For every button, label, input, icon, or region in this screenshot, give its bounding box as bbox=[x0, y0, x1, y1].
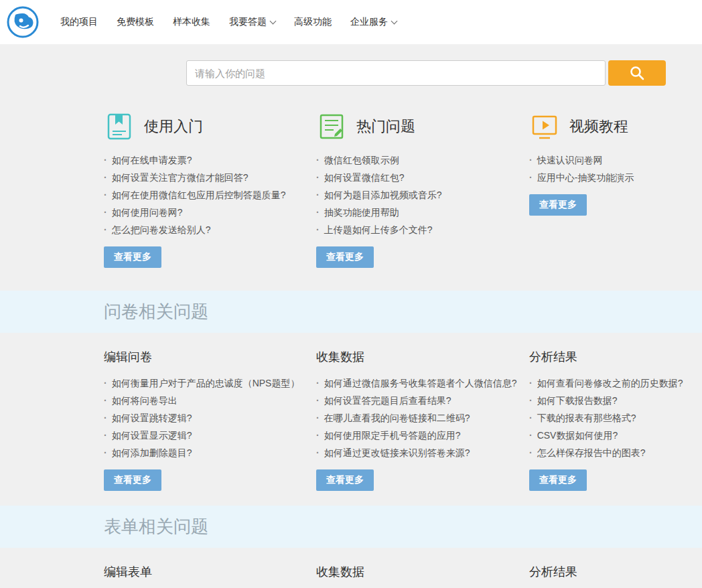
search-icon bbox=[628, 64, 646, 82]
site-logo[interactable] bbox=[7, 6, 39, 38]
help-link-list: 如何查看问卷修改之前的历史数据? 如何下载报告数据? 下载的报表有那些格式? C… bbox=[529, 374, 700, 461]
help-link[interactable]: 应用中心-抽奖功能演示 bbox=[529, 169, 700, 186]
nav-item-label: 我的项目 bbox=[60, 16, 98, 28]
help-link[interactable]: 如何使用问卷网? bbox=[104, 204, 316, 221]
quick-column-hot-questions: 热门问题 微信红包领取示例 如何设置微信红包? 如何为题目添加视频或音乐? 抽奖… bbox=[316, 111, 529, 268]
survey-collect-column: 收集数据 如何通过微信服务号收集答题者个人微信信息? 如何设置答完题目后查看结果… bbox=[316, 349, 529, 491]
video-player-icon bbox=[529, 111, 560, 142]
help-link[interactable]: 上传题如何上传多个文件? bbox=[316, 221, 529, 238]
form-topics-section: 编辑表单 如何添加删除题目 如何进行题目排序? 收集数据 如何设置填表者可以查看… bbox=[0, 548, 702, 588]
help-link[interactable]: 如何在线申请发票? bbox=[104, 151, 316, 169]
help-link[interactable]: 如何设置答完题目后查看结果? bbox=[316, 392, 529, 409]
view-more-button[interactable]: 查看更多 bbox=[316, 246, 374, 268]
survey-topics-section: 编辑问卷 如何衡量用户对于产品的忠诚度（NPS题型） 如何将问卷导出 如何设置跳… bbox=[0, 333, 702, 506]
nav-item-answer-surveys[interactable]: 我要答题 bbox=[229, 16, 275, 28]
help-link-list: 如何衡量用户对于产品的忠诚度（NPS题型） 如何将问卷导出 如何设置跳转逻辑? … bbox=[104, 374, 316, 461]
help-link[interactable]: 怎么把问卷发送给别人? bbox=[104, 221, 316, 238]
column-title: 编辑问卷 bbox=[104, 349, 316, 365]
column-title: 收集数据 bbox=[316, 349, 529, 365]
nav-item-label: 高级功能 bbox=[294, 16, 332, 28]
search-button[interactable] bbox=[608, 60, 666, 86]
help-link[interactable]: 在哪儿查看我的问卷链接和二维码? bbox=[316, 409, 529, 427]
help-link[interactable]: 如何设置显示逻辑? bbox=[104, 427, 316, 444]
column-title: 编辑表单 bbox=[104, 564, 316, 580]
help-link[interactable]: CSV数据如何使用? bbox=[529, 427, 700, 444]
view-more-button[interactable]: 查看更多 bbox=[316, 469, 374, 491]
band-survey-questions: 问卷相关问题 bbox=[0, 291, 702, 333]
form-edit-column: 编辑表单 如何添加删除题目 如何进行题目排序? bbox=[104, 564, 316, 588]
column-title: 收集数据 bbox=[316, 564, 529, 580]
help-link[interactable]: 如何设置跳转逻辑? bbox=[104, 409, 316, 427]
column-title: 分析结果 bbox=[529, 349, 700, 365]
form-analyze-column: 分析结果 如何查看表单修改之前的历史数据? 如何下载报告数据? bbox=[529, 564, 700, 588]
book-icon bbox=[104, 111, 135, 142]
quick-column-title: 使用入门 bbox=[144, 117, 203, 137]
form-collect-column: 收集数据 如何设置填表者可以查看报表或数据? 如何限定填写表单的次数? bbox=[316, 564, 529, 588]
nav-item-label: 免费模板 bbox=[117, 16, 154, 28]
help-link-list: 微信红包领取示例 如何设置微信红包? 如何为题目添加视频或音乐? 抽奖功能使用帮… bbox=[316, 151, 529, 238]
help-link[interactable]: 如何查看问卷修改之前的历史数据? bbox=[529, 374, 700, 392]
quick-column-title: 视频教程 bbox=[569, 117, 628, 137]
survey-edit-column: 编辑问卷 如何衡量用户对于产品的忠诚度（NPS题型） 如何将问卷导出 如何设置跳… bbox=[104, 349, 316, 491]
chevron-down-icon bbox=[391, 18, 398, 25]
help-link[interactable]: 如何通过微信服务号收集答题者个人微信信息? bbox=[316, 374, 529, 392]
nav-item-enterprise-services[interactable]: 企业服务 bbox=[350, 16, 397, 28]
top-navbar: 我的项目 免费模板 样本收集 我要答题 高级功能 企业服务 bbox=[0, 0, 702, 44]
quick-column-video-tutorials: 视频教程 快速认识问卷网 应用中心-抽奖功能演示 查看更多 bbox=[529, 111, 700, 268]
main-nav: 我的项目 免费模板 样本收集 我要答题 高级功能 企业服务 bbox=[60, 16, 415, 28]
help-link[interactable]: 怎么样保存报告中的图表? bbox=[529, 444, 700, 461]
help-link[interactable]: 如何通过更改链接来识别答卷来源? bbox=[316, 444, 529, 461]
nav-item-label: 我要答题 bbox=[229, 16, 267, 28]
quick-column-getting-started: 使用入门 如何在线申请发票? 如何设置关注官方微信才能回答? 如何在使用微信红包… bbox=[104, 111, 316, 268]
help-link-list: 如何在线申请发票? 如何设置关注官方微信才能回答? 如何在使用微信红包应用后控制… bbox=[104, 151, 316, 238]
help-link-list: 如何通过微信服务号收集答题者个人微信信息? 如何设置答完题目后查看结果? 在哪儿… bbox=[316, 374, 529, 461]
nav-item-advanced-features[interactable]: 高级功能 bbox=[294, 16, 332, 28]
help-link[interactable]: 如何衡量用户对于产品的忠诚度（NPS题型） bbox=[104, 374, 316, 392]
help-link[interactable]: 下载的报表有那些格式? bbox=[529, 409, 700, 427]
search-input[interactable] bbox=[186, 60, 606, 86]
quick-column-title: 热门问题 bbox=[356, 117, 415, 137]
view-more-button[interactable]: 查看更多 bbox=[104, 469, 161, 491]
view-more-button[interactable]: 查看更多 bbox=[529, 469, 587, 491]
document-icon bbox=[316, 111, 347, 142]
nav-item-sample-collection[interactable]: 样本收集 bbox=[173, 16, 210, 28]
help-link[interactable]: 如何设置关注官方微信才能回答? bbox=[104, 169, 316, 186]
nav-item-my-projects[interactable]: 我的项目 bbox=[60, 16, 98, 28]
help-link[interactable]: 如何下载报告数据? bbox=[529, 392, 700, 409]
help-link[interactable]: 如何将问卷导出 bbox=[104, 392, 316, 409]
help-link[interactable]: 如何添加删除题目? bbox=[104, 444, 316, 461]
help-link[interactable]: 如何使用限定手机号答题的应用? bbox=[316, 427, 529, 444]
help-link[interactable]: 如何设置微信红包? bbox=[316, 169, 529, 186]
help-link[interactable]: 如何为题目添加视频或音乐? bbox=[316, 186, 529, 204]
survey-analyze-column: 分析结果 如何查看问卷修改之前的历史数据? 如何下载报告数据? 下载的报表有那些… bbox=[529, 349, 700, 491]
help-link[interactable]: 快速认识问卷网 bbox=[529, 151, 700, 169]
search-hero-section: 使用入门 如何在线申请发票? 如何设置关注官方微信才能回答? 如何在使用微信红包… bbox=[0, 44, 702, 291]
help-link-list: 快速认识问卷网 应用中心-抽奖功能演示 bbox=[529, 151, 700, 186]
help-link[interactable]: 抽奖功能使用帮助 bbox=[316, 204, 529, 221]
column-title: 分析结果 bbox=[529, 564, 700, 580]
nav-item-label: 样本收集 bbox=[173, 16, 210, 28]
view-more-button[interactable]: 查看更多 bbox=[104, 246, 161, 268]
nav-item-free-templates[interactable]: 免费模板 bbox=[117, 16, 154, 28]
nav-item-label: 企业服务 bbox=[350, 16, 388, 28]
view-more-button[interactable]: 查看更多 bbox=[529, 194, 587, 216]
search-bar bbox=[186, 60, 702, 86]
band-form-questions: 表单相关问题 bbox=[0, 506, 702, 548]
help-link[interactable]: 微信红包领取示例 bbox=[316, 151, 529, 169]
help-link[interactable]: 如何在使用微信红包应用后控制答题质量? bbox=[104, 186, 316, 204]
chevron-down-icon bbox=[270, 18, 277, 25]
